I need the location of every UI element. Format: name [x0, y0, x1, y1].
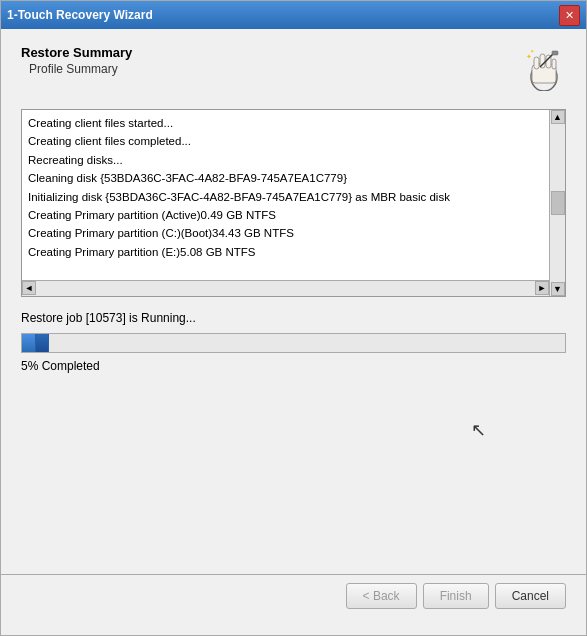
log-text-area: Creating client files started...Creating… — [22, 110, 565, 296]
status-label: Restore job [10573] is Running... — [21, 311, 566, 325]
progress-bar-container — [21, 333, 566, 353]
page-subtitle: Profile Summary — [29, 62, 132, 76]
scroll-left-button[interactable]: ◄ — [22, 281, 36, 295]
svg-text:✦: ✦ — [526, 53, 532, 60]
finish-button[interactable]: Finish — [423, 583, 489, 609]
section-divider — [1, 574, 586, 575]
header-section: Restore Summary Profile Summary — [21, 45, 566, 93]
scroll-down-button[interactable]: ▼ — [551, 282, 565, 296]
close-button[interactable]: ✕ — [559, 5, 580, 26]
svg-rect-7 — [552, 51, 558, 55]
cancel-button[interactable]: Cancel — [495, 583, 566, 609]
log-line: Creating client files started... — [28, 114, 559, 132]
main-window: 1-Touch Recovery Wizard ✕ Restore Summar… — [0, 0, 587, 636]
content-area: Restore Summary Profile Summary — [1, 29, 586, 635]
scroll-thumb[interactable] — [551, 191, 565, 215]
svg-text:✦: ✦ — [530, 48, 534, 54]
cursor-area: ↖ — [21, 389, 566, 575]
cursor-icon: ↖ — [471, 419, 486, 441]
scroll-right-button[interactable]: ► — [535, 281, 549, 295]
log-line: Creating Primary partition (Active)0.49 … — [28, 206, 559, 224]
progress-bar — [22, 334, 49, 352]
log-line: Creating Primary partition (E:)5.08 GB N… — [28, 243, 559, 261]
log-line: Creating Primary partition (C:)(Boot)34.… — [28, 224, 559, 242]
horizontal-scrollbar[interactable]: ◄ ► — [22, 280, 549, 296]
svg-rect-5 — [552, 59, 556, 69]
wizard-icon: ✦ ✦ — [518, 45, 566, 93]
page-title: Restore Summary — [21, 45, 132, 60]
progress-segment-2 — [36, 334, 50, 352]
content-spacer: ↖ — [21, 389, 566, 575]
log-line: Cleaning disk {53BDA36C-3FAC-4A82-BFA9-7… — [28, 169, 559, 187]
svg-rect-2 — [534, 57, 539, 69]
title-bar-controls: ✕ — [559, 5, 580, 26]
button-row: < Back Finish Cancel — [21, 583, 566, 619]
header-text: Restore Summary Profile Summary — [21, 45, 132, 76]
percent-label: 5% Completed — [21, 359, 566, 373]
log-scroll-area[interactable]: Creating client files started...Creating… — [21, 109, 566, 297]
progress-segment-1 — [22, 334, 36, 352]
scroll-up-button[interactable]: ▲ — [551, 110, 565, 124]
vertical-scrollbar[interactable]: ▲ ▼ — [549, 110, 565, 296]
log-line: Recreating disks... — [28, 151, 559, 169]
window-title: 1-Touch Recovery Wizard — [7, 8, 153, 22]
back-button[interactable]: < Back — [346, 583, 417, 609]
wizard-hand-icon: ✦ ✦ — [520, 47, 564, 91]
log-line: Initializing disk {53BDA36C-3FAC-4A82-BF… — [28, 188, 559, 206]
log-line — [28, 261, 559, 279]
log-line: Creating client files completed... — [28, 132, 559, 150]
title-bar: 1-Touch Recovery Wizard ✕ — [1, 1, 586, 29]
